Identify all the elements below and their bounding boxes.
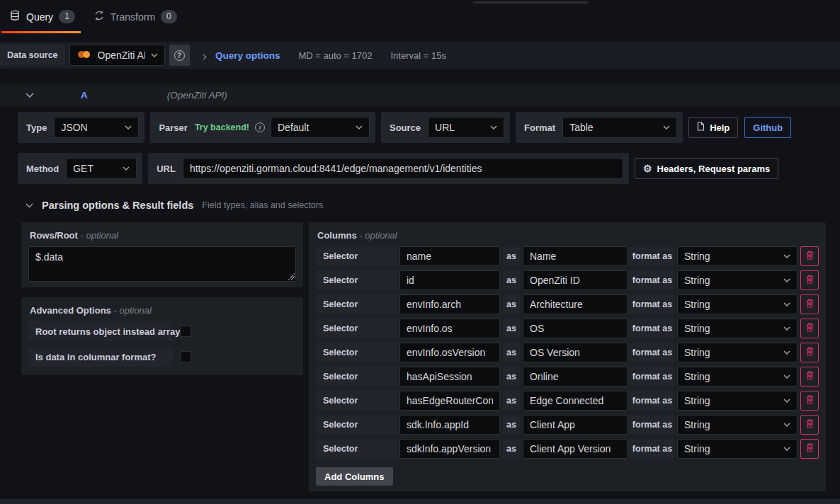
column-alias-input[interactable] [523, 246, 628, 266]
rows-root-textarea[interactable]: $.data [28, 246, 296, 282]
column-alias-input[interactable] [523, 319, 628, 338]
url-field-group: URL [148, 153, 629, 184]
column-format-select[interactable]: String [677, 319, 798, 338]
trash-icon [806, 419, 814, 430]
column-format-value: String [684, 275, 778, 286]
column-alias-input[interactable] [523, 415, 628, 435]
columns-optional: - optional [359, 230, 397, 241]
advanced-options-heading: Advanced Options - optional [30, 305, 296, 316]
parsing-section-header[interactable]: Parsing options & Result fields Field ty… [25, 200, 840, 211]
tab-query[interactable]: Query 1 [9, 0, 75, 33]
column-alias-input[interactable] [523, 367, 628, 386]
columnar-format-checkbox[interactable] [180, 351, 191, 362]
column-selector-input[interactable] [399, 439, 500, 459]
delete-column-button[interactable] [800, 415, 819, 435]
column-selector-input[interactable] [399, 319, 500, 338]
selector-label: Selector [316, 439, 397, 459]
delete-column-button[interactable] [800, 246, 819, 266]
column-alias-input[interactable] [523, 294, 628, 314]
column-selector-input[interactable] [399, 367, 500, 386]
document-icon [697, 122, 705, 133]
selector-label: Selector [316, 367, 397, 386]
column-mapping-row: Selector as format as String [316, 391, 819, 411]
github-button[interactable]: Github [744, 117, 791, 138]
root-returns-object-checkbox[interactable] [180, 326, 191, 337]
columns-rows: Selector as format as String Selector as [316, 246, 819, 459]
column-format-select[interactable]: String [677, 415, 798, 435]
as-label: as [503, 367, 520, 386]
column-format-select[interactable]: String [677, 343, 798, 362]
query-ref-id[interactable]: A [81, 90, 88, 101]
trash-icon [806, 251, 814, 262]
selector-label: Selector [316, 319, 397, 338]
as-label: as [503, 343, 520, 362]
resize-handle-icon[interactable] [288, 273, 295, 280]
datasource-select[interactable]: OpenZiti API [69, 45, 165, 66]
add-columns-button[interactable]: Add Columns [316, 467, 393, 486]
format-as-label: format as [630, 439, 674, 459]
column-mapping-row: Selector as format as String [316, 294, 819, 314]
parser-select[interactable]: Default [271, 117, 370, 138]
datasource-help-button[interactable]: ? [169, 45, 190, 66]
trash-icon [806, 443, 814, 454]
trash-icon [806, 395, 814, 406]
info-circle-icon: i [255, 122, 265, 132]
column-format-select[interactable]: String [677, 439, 798, 459]
column-alias-input[interactable] [523, 270, 628, 290]
query-options-toggle[interactable]: Query options [215, 50, 280, 61]
format-select[interactable]: Table [562, 117, 677, 138]
column-format-value: String [684, 443, 778, 454]
source-select[interactable]: URL [428, 117, 504, 138]
column-alias-input[interactable] [523, 391, 628, 411]
parsing-left-column: Rows/Root - optional $.data Advanced Opt… [21, 222, 303, 375]
tab-transform[interactable]: Transform 0 [93, 0, 177, 33]
column-mapping-row: Selector as format as String [316, 270, 819, 290]
column-selector-input[interactable] [399, 391, 500, 411]
column-alias-input[interactable] [523, 439, 628, 459]
rows-root-optional: - optional [81, 230, 118, 241]
format-as-label: format as [630, 319, 674, 338]
column-selector-input[interactable] [399, 415, 500, 435]
gear-icon: ⚙ [643, 164, 652, 173]
column-format-select[interactable]: String [677, 270, 798, 290]
parser-value: Default [278, 122, 350, 133]
delete-column-button[interactable] [800, 319, 819, 338]
type-select[interactable]: JSON [54, 117, 139, 138]
format-as-label: format as [630, 270, 674, 290]
chevron-down-icon[interactable] [25, 93, 34, 98]
format-label: Format [521, 122, 557, 133]
method-select[interactable]: GET [66, 158, 137, 179]
delete-column-button[interactable] [800, 294, 819, 314]
column-selector-input[interactable] [399, 294, 500, 314]
format-as-label: format as [630, 367, 674, 386]
delete-column-button[interactable] [800, 439, 819, 459]
headers-params-button[interactable]: ⚙ Headers, Request params [635, 158, 778, 179]
column-alias-input[interactable] [523, 343, 628, 362]
editor-actions: Help Github [688, 117, 791, 138]
delete-column-button[interactable] [800, 270, 819, 290]
parsing-section-title: Parsing options & Result fields [42, 200, 193, 211]
advanced-options-optional: - optional [113, 305, 151, 316]
column-format-select[interactable]: String [677, 367, 798, 386]
delete-column-button[interactable] [800, 391, 819, 411]
column-format-select[interactable]: String [677, 246, 798, 266]
trash-icon [806, 299, 814, 310]
as-label: as [503, 439, 520, 459]
format-as-label: format as [630, 391, 674, 411]
column-selector-input[interactable] [399, 343, 500, 362]
query-count-badge: 1 [59, 10, 75, 23]
column-format-select[interactable]: String [677, 294, 798, 314]
chevron-down-icon [783, 302, 790, 307]
column-format-select[interactable]: String [677, 391, 798, 411]
help-button-label: Help [710, 122, 730, 133]
help-button[interactable]: Help [688, 117, 738, 138]
column-selector-input[interactable] [399, 270, 500, 290]
column-mapping-row: Selector as format as String [316, 319, 819, 338]
delete-column-button[interactable] [800, 343, 819, 362]
delete-column-button[interactable] [800, 367, 819, 386]
try-backend-hint[interactable]: Try backend! [195, 122, 249, 132]
url-input[interactable] [183, 158, 623, 179]
panel-drag-handle[interactable] [473, 1, 588, 4]
query-row-header[interactable]: A (OpenZiti API) [0, 84, 840, 106]
column-selector-input[interactable] [399, 246, 500, 266]
